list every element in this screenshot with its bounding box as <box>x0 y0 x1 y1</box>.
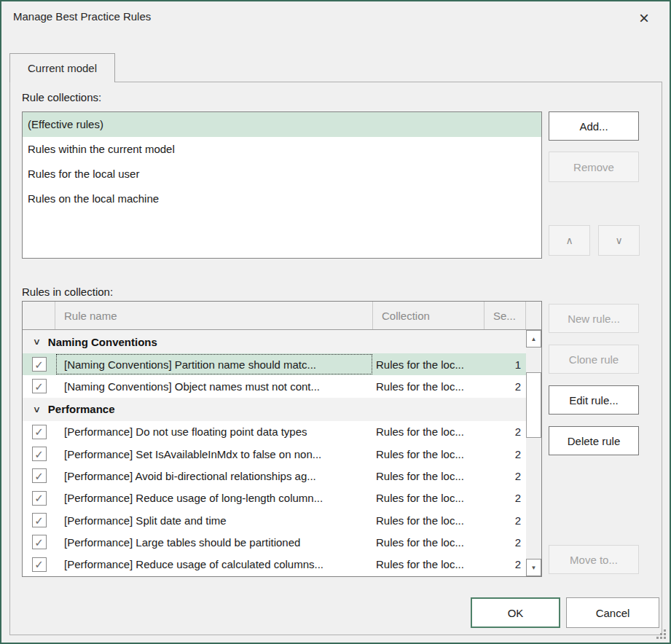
rule-checkbox[interactable]: ✓ <box>32 468 47 483</box>
rule-name-cell[interactable]: [Performance] Reduce usage of calculated… <box>55 554 373 576</box>
rule-severity-cell: 2 <box>484 375 526 397</box>
move-to-button[interactable]: Move to... <box>549 545 639 574</box>
rule-name-cell[interactable]: [Naming Conventions] Partition name shou… <box>55 353 373 375</box>
rule-row[interactable]: ✓[Naming Conventions] Partition name sho… <box>23 353 526 375</box>
scroll-up-icon: ▲ <box>531 336 537 342</box>
delete-rule-button[interactable]: Delete rule <box>549 426 639 455</box>
rule-name-cell[interactable]: [Performance] Large tables should be par… <box>55 531 373 553</box>
rule-checkbox[interactable]: ✓ <box>32 357 47 372</box>
move-up-button[interactable]: ∧ <box>549 225 590 256</box>
rule-row[interactable]: ✓[Performance] Large tables should be pa… <box>23 531 526 553</box>
scroll-down-button[interactable]: ▼ <box>526 559 541 576</box>
edit-rule-button[interactable]: Edit rule... <box>549 385 639 415</box>
rule-name-cell[interactable]: [Performance] Avoid bi-directional relat… <box>55 465 373 487</box>
rule-row[interactable]: ✓[Performance] Reduce usage of long-leng… <box>23 487 526 509</box>
column-header-collection[interactable]: Collection <box>373 302 484 329</box>
rule-checkbox[interactable]: ✓ <box>32 513 47 527</box>
cancel-button[interactable]: Cancel <box>566 597 659 628</box>
rule-checkbox-cell: ✓ <box>23 421 55 443</box>
add-button[interactable]: Add... <box>549 111 639 141</box>
rule-checkbox-cell: ✓ <box>23 375 55 397</box>
rule-checkbox[interactable]: ✓ <box>32 491 47 506</box>
rules-table-header: Rule name Collection Se... <box>23 302 541 330</box>
rules-table: Rule name Collection Se... ▲ ▼ ∨Naming C… <box>22 301 542 577</box>
rule-collection-cell: Rules for the loc... <box>373 509 484 531</box>
column-header-severity[interactable]: Se... <box>484 302 526 329</box>
rule-checkbox[interactable]: ✓ <box>32 447 47 461</box>
rule-checkbox-cell: ✓ <box>23 353 55 375</box>
rule-collection-cell: Rules for the loc... <box>373 554 484 576</box>
collection-list-item[interactable]: Rules within the current model <box>23 137 541 162</box>
dialog-title: Manage Best Practice Rules <box>13 10 151 23</box>
rule-row[interactable]: ✓[Performance] Split date and timeRules … <box>23 509 526 531</box>
rule-collection-cell: Rules for the loc... <box>373 487 484 509</box>
scroll-down-icon: ▼ <box>531 565 537 571</box>
chevron-down-icon: ∨ <box>615 235 622 246</box>
rule-checkbox-cell: ✓ <box>23 554 55 576</box>
rule-severity-cell: 2 <box>484 509 526 531</box>
rule-row[interactable]: ✓[Performance] Do not use floating point… <box>23 421 526 443</box>
group-name: Performance <box>48 403 115 415</box>
rule-row[interactable]: ✓[Naming Conventions] Object names must … <box>23 375 526 397</box>
rule-collections-list[interactable]: (Effective rules)Rules within the curren… <box>22 111 542 259</box>
tab-current-model[interactable]: Current model <box>9 53 115 82</box>
rule-name-cell[interactable]: [Naming Conventions] Object names must n… <box>55 375 373 397</box>
rules-in-collection-label: Rules in collection: <box>22 286 113 298</box>
rule-checkbox[interactable]: ✓ <box>32 379 47 393</box>
rule-name-cell[interactable]: [Performance] Set IsAvailableInMdx to fa… <box>55 443 373 465</box>
column-header-filler <box>526 302 541 329</box>
rule-collection-cell: Rules for the loc... <box>373 443 484 465</box>
close-icon: × <box>639 9 649 27</box>
column-header-check[interactable] <box>23 302 55 329</box>
rule-checkbox-cell: ✓ <box>23 531 55 553</box>
chevron-up-icon: ∧ <box>565 235 573 246</box>
tab-label: Current model <box>28 62 97 74</box>
group-name: Naming Conventions <box>48 336 157 348</box>
rule-severity-cell: 2 <box>484 465 526 487</box>
remove-button[interactable]: Remove <box>549 152 639 182</box>
close-button[interactable]: × <box>629 6 659 31</box>
rule-name-cell[interactable]: [Performance] Split date and time <box>55 509 373 531</box>
scrollbar-thumb[interactable] <box>526 372 541 438</box>
rules-table-body: ▲ ▼ ∨Naming Conventions✓[Naming Conventi… <box>23 330 541 576</box>
rule-collection-cell: Rules for the loc... <box>373 375 484 397</box>
rule-collection-cell: Rules for the loc... <box>373 531 484 553</box>
rule-severity-cell: 2 <box>484 487 526 509</box>
collection-list-item[interactable]: Rules for the local user <box>23 162 541 186</box>
rule-row[interactable]: ✓[Performance] Reduce usage of calculate… <box>23 554 526 576</box>
scroll-up-button[interactable]: ▲ <box>526 330 541 347</box>
rule-checkbox-cell: ✓ <box>23 465 55 487</box>
rule-checkbox-cell: ✓ <box>23 443 55 465</box>
rule-name-cell[interactable]: [Performance] Reduce usage of long-lengt… <box>55 487 373 509</box>
rule-checkbox-cell: ✓ <box>23 509 55 531</box>
group-collapse-chevron-icon[interactable]: ∨ <box>33 337 41 347</box>
rule-collection-cell: Rules for the loc... <box>373 465 484 487</box>
clone-rule-button[interactable]: Clone rule <box>549 345 639 374</box>
rule-checkbox[interactable]: ✓ <box>32 557 47 572</box>
group-row[interactable]: ∨Naming Conventions <box>23 330 526 353</box>
ok-button[interactable]: OK <box>471 597 560 628</box>
collection-list-item[interactable]: Rules on the local machine <box>23 186 541 211</box>
rule-collections-label: Rule collections: <box>22 91 101 103</box>
rule-severity-cell: 2 <box>484 443 526 465</box>
rule-collection-cell: Rules for the loc... <box>373 353 484 375</box>
rule-name-cell[interactable]: [Performance] Do not use floating point … <box>55 421 373 443</box>
group-row[interactable]: ∨Performance <box>23 398 526 421</box>
column-header-rule-name[interactable]: Rule name <box>55 302 373 329</box>
new-rule-button[interactable]: New rule... <box>549 304 639 333</box>
manage-best-practice-rules-dialog: Manage Best Practice Rules × Current mod… <box>0 0 671 644</box>
rule-row[interactable]: ✓[Performance] Avoid bi-directional rela… <box>23 465 526 487</box>
rule-severity-cell: 2 <box>484 531 526 553</box>
rule-severity-cell: 2 <box>484 421 526 443</box>
rule-collection-cell: Rules for the loc... <box>373 421 484 443</box>
rule-checkbox-cell: ✓ <box>23 487 55 509</box>
vertical-scrollbar[interactable]: ▲ ▼ <box>526 330 541 576</box>
collection-list-item[interactable]: (Effective rules) <box>23 112 541 137</box>
move-down-button[interactable]: ∨ <box>598 225 640 256</box>
rule-checkbox[interactable]: ✓ <box>32 425 47 439</box>
resize-grip[interactable] <box>656 629 667 640</box>
group-collapse-chevron-icon[interactable]: ∨ <box>33 404 41 415</box>
rule-row[interactable]: ✓[Performance] Set IsAvailableInMdx to f… <box>23 443 526 465</box>
rule-checkbox[interactable]: ✓ <box>32 535 47 549</box>
rule-severity-cell: 1 <box>484 353 526 375</box>
